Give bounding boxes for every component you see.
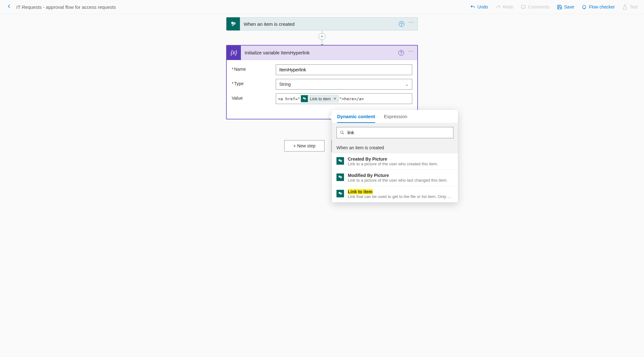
result-sub: Link to a picture of the user who last c… (348, 178, 453, 183)
trigger-title: When an item is created (244, 21, 399, 27)
search-icon (340, 130, 344, 135)
value-input[interactable]: <a href=" Link to item ✕ ">here</a> (276, 93, 412, 104)
action-header[interactable]: {x} Initialize variable ItemHyperlink ? … (227, 46, 417, 60)
sharepoint-icon (336, 173, 344, 181)
redo-button[interactable]: Redo (496, 4, 513, 10)
save-label: Save (564, 4, 574, 9)
variable-icon: {x} (227, 46, 241, 60)
tab-expression[interactable]: Expression (384, 114, 407, 123)
result-sub: Link to a picture of the user who create… (348, 162, 453, 166)
token-remove-icon[interactable]: ✕ (333, 96, 336, 101)
trigger-card[interactable]: S When an item is created ? ··· (226, 17, 418, 30)
popup-section-header: When an item is created (332, 142, 458, 153)
result-title: Created By Picture (348, 157, 453, 162)
result-title: Link to item (348, 189, 453, 194)
redo-label: Redo (503, 4, 513, 9)
name-label: *Name (232, 64, 276, 72)
tab-dynamic-content[interactable]: Dynamic content (337, 114, 375, 123)
svg-point-11 (340, 160, 342, 162)
token-label: Link to item (310, 96, 330, 101)
sharepoint-icon (336, 157, 344, 165)
page-title: IT Requests - approval flow for access r… (16, 4, 116, 10)
svg-point-15 (340, 193, 342, 195)
value-suffix-text: ">here</a> (339, 96, 364, 101)
result-sub: Link that can be used to get to the file… (348, 194, 453, 199)
result-title: Modified By Picture (348, 173, 453, 178)
add-step-between-icon[interactable]: ＋ (319, 33, 325, 40)
name-input[interactable] (276, 64, 412, 75)
svg-text:S: S (232, 24, 233, 26)
dynamic-search-input[interactable] (347, 130, 450, 135)
action-help-icon[interactable]: ? (398, 50, 404, 56)
back-arrow-icon[interactable] (6, 3, 12, 11)
svg-point-13 (340, 176, 342, 178)
type-select-value: String (279, 82, 291, 87)
chevron-down-icon: ⌄ (405, 82, 409, 87)
test-button[interactable]: Test (622, 4, 638, 10)
sharepoint-icon: S (226, 17, 240, 30)
trigger-help-icon[interactable]: ? (399, 21, 404, 27)
flow-checker-label: Flow checker (589, 4, 615, 9)
sharepoint-icon (336, 190, 344, 197)
popup-caret (329, 114, 332, 120)
dynamic-content-popup: Dynamic content Expression When an item … (332, 110, 458, 202)
undo-label: Undo (477, 4, 488, 9)
trigger-more-icon[interactable]: ··· (409, 21, 414, 27)
svg-line-9 (343, 133, 344, 135)
value-label: Value (232, 93, 276, 101)
comments-label: Comments (528, 4, 549, 9)
dynamic-token[interactable]: Link to item ✕ (301, 95, 338, 102)
type-label: *Type (232, 79, 276, 86)
flow-canvas: S When an item is created ? ··· ＋ ⌄ {x} … (0, 14, 644, 151)
new-step-button[interactable]: + New step (284, 140, 325, 151)
sharepoint-icon (301, 95, 308, 102)
action-title: Initialize variable ItemHyperlink (245, 50, 398, 55)
svg-point-8 (341, 131, 343, 134)
undo-button[interactable]: Undo (470, 4, 488, 10)
value-prefix-text: <a href=" (278, 96, 300, 101)
flow-checker-button[interactable]: Flow checker (582, 4, 615, 10)
comments-button[interactable]: Comments (521, 4, 549, 10)
svg-point-7 (304, 98, 306, 100)
connector: ＋ ⌄ (226, 30, 418, 45)
action-more-icon[interactable]: ··· (408, 50, 414, 56)
svg-rect-0 (521, 5, 525, 8)
action-card: {x} Initialize variable ItemHyperlink ? … (226, 45, 418, 119)
dynamic-search-box[interactable] (336, 127, 453, 138)
test-label: Test (630, 4, 638, 9)
flow-arrow-icon: ⌄ (320, 42, 325, 45)
type-select[interactable]: String ⌄ (276, 79, 412, 90)
save-button[interactable]: Save (557, 4, 574, 10)
dynamic-result[interactable]: Created By PictureLink to a picture of t… (332, 153, 458, 170)
dynamic-result[interactable]: Link to itemLink that can be used to get… (332, 186, 458, 202)
topbar: IT Requests - approval flow for access r… (0, 0, 644, 14)
dynamic-result[interactable]: Modified By PictureLink to a picture of … (332, 170, 458, 186)
